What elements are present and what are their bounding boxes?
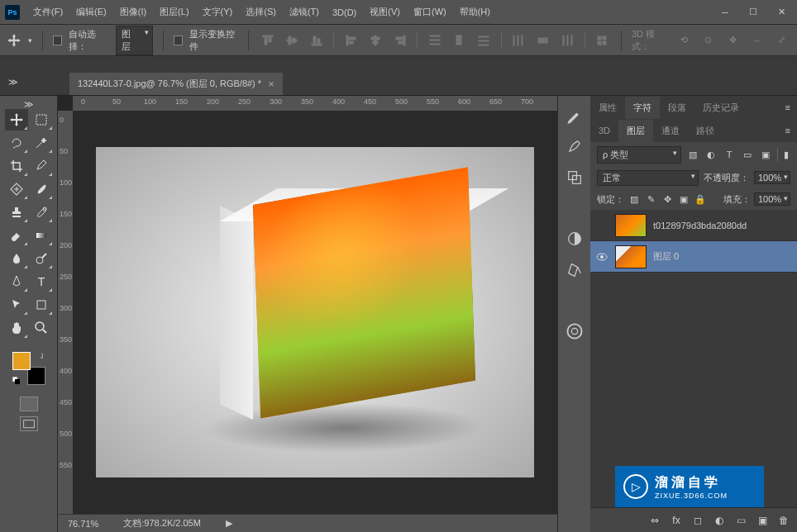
menu-3d[interactable]: 3D(D) <box>326 0 363 25</box>
menu-file[interactable]: 文件(F) <box>26 0 69 25</box>
document-tab[interactable]: 132440L37-0.jpg@ 76.7% (图层 0, RGB/8#) * … <box>69 73 283 95</box>
align-bottom-icon[interactable] <box>308 31 325 50</box>
marquee-tool[interactable] <box>30 109 53 131</box>
layer-visibility-icon[interactable] <box>595 250 608 264</box>
styles-icon[interactable] <box>566 261 584 279</box>
blend-mode-select[interactable]: 正常 <box>597 170 699 186</box>
brush-settings-icon[interactable] <box>566 137 584 155</box>
distribute-right-icon[interactable] <box>558 31 575 50</box>
auto-select-target[interactable]: 图层 <box>116 26 154 55</box>
lock-position-icon[interactable]: ✥ <box>661 192 674 206</box>
crop-tool[interactable] <box>5 155 28 177</box>
shape-tool[interactable] <box>30 294 53 316</box>
lasso-tool[interactable] <box>5 132 28 154</box>
foreground-color[interactable] <box>12 352 31 370</box>
lock-pixels-icon[interactable]: ✎ <box>644 192 657 206</box>
tab-channels[interactable]: 通道 <box>653 120 688 142</box>
layer-row[interactable]: t0128979d3bda2080dd <box>590 210 797 241</box>
layer-fx-icon[interactable]: fx <box>670 514 683 527</box>
opacity-input[interactable]: 100% <box>754 171 790 184</box>
clone-source-icon[interactable] <box>566 169 584 187</box>
brush-tool[interactable] <box>30 178 53 200</box>
move-tool-icon[interactable] <box>7 32 21 49</box>
document-close-icon[interactable]: × <box>268 78 274 90</box>
canvas-viewport[interactable] <box>73 111 557 514</box>
filter-smart-icon[interactable]: ▣ <box>759 148 772 161</box>
layer-visibility-icon[interactable] <box>595 219 608 232</box>
tab-paragraph[interactable]: 段落 <box>660 97 694 119</box>
reset-colors-icon[interactable] <box>12 377 21 385</box>
menu-type[interactable]: 文字(Y) <box>196 0 240 25</box>
layer-name[interactable]: 图层 0 <box>653 250 679 263</box>
stamp-tool[interactable] <box>5 202 28 223</box>
healing-tool[interactable] <box>5 178 28 200</box>
tab-layers[interactable]: 图层 <box>618 120 653 142</box>
layer-thumbnail[interactable] <box>615 214 647 237</box>
dodge-tool[interactable] <box>30 248 53 269</box>
distribute-top-icon[interactable] <box>426 31 443 50</box>
status-arrow-icon[interactable]: ▶ <box>226 518 232 529</box>
menu-view[interactable]: 视图(V) <box>363 0 407 25</box>
align-left-icon[interactable] <box>342 31 360 50</box>
3d-roll-icon[interactable]: ⊙ <box>699 31 717 50</box>
layer-filter-type[interactable]: ρ 类型 <box>597 146 681 164</box>
filter-shape-icon[interactable]: ▭ <box>741 148 754 161</box>
auto-align-icon[interactable] <box>594 31 611 50</box>
panel-menu-icon[interactable]: ≡ <box>779 102 797 112</box>
layer-group-icon[interactable]: ▭ <box>734 514 747 527</box>
menu-image[interactable]: 图像(I) <box>113 0 153 25</box>
layer-row[interactable]: 图层 0 <box>590 241 797 273</box>
menu-layer[interactable]: 图层(L) <box>153 0 195 25</box>
lock-all-icon[interactable]: 🔒 <box>694 192 707 206</box>
type-tool[interactable]: T <box>30 271 53 292</box>
move-tool[interactable] <box>5 109 28 131</box>
app-logo[interactable]: Ps <box>5 5 20 20</box>
3d-orbit-icon[interactable]: ⟲ <box>675 31 693 50</box>
tab-properties[interactable]: 属性 <box>590 97 625 119</box>
minimize-button[interactable]: ─ <box>713 4 737 21</box>
show-transform-checkbox[interactable] <box>174 36 183 45</box>
close-button[interactable]: ✕ <box>769 4 794 21</box>
magic-wand-tool[interactable] <box>30 132 53 154</box>
lock-artboard-icon[interactable]: ▣ <box>677 192 690 206</box>
brush-presets-icon[interactable] <box>566 106 584 124</box>
layer-name[interactable]: t0128979d3bda2080dd <box>653 221 747 230</box>
path-select-tool[interactable] <box>5 294 28 316</box>
ruler-horizontal[interactable]: 0501001502002503003504004505005506006507… <box>73 96 557 111</box>
filter-adjust-icon[interactable]: ◐ <box>704 148 718 161</box>
filter-type-icon[interactable]: T <box>723 148 736 161</box>
distribute-left-icon[interactable] <box>510 31 527 50</box>
fill-input[interactable]: 100% <box>754 192 790 206</box>
menu-window[interactable]: 窗口(W) <box>407 0 453 25</box>
align-vcenter-icon[interactable] <box>283 31 300 50</box>
tab-paths[interactable]: 路径 <box>688 120 723 142</box>
menu-help[interactable]: 帮助(H) <box>453 0 497 25</box>
zoom-level[interactable]: 76.71% <box>68 519 98 529</box>
3d-scale-icon[interactable]: ⤢ <box>772 31 790 50</box>
eyedropper-tool[interactable] <box>30 155 53 177</box>
quick-mask-button[interactable] <box>20 397 38 411</box>
tab-3d[interactable]: 3D <box>590 121 618 140</box>
swap-colors-icon[interactable]: ⤸ <box>39 352 45 360</box>
tab-dropdown-icon[interactable]: ≫ <box>8 77 20 88</box>
new-layer-icon[interactable]: ▣ <box>756 514 769 527</box>
auto-select-checkbox[interactable] <box>53 36 62 45</box>
distribute-hcenter-icon[interactable] <box>534 31 551 50</box>
layer-mask-icon[interactable]: ◻ <box>691 514 704 527</box>
menu-edit[interactable]: 编辑(E) <box>69 0 113 25</box>
tab-character[interactable]: 字符 <box>625 97 660 119</box>
toolbox-dropdown-icon[interactable]: ≫ <box>24 99 34 106</box>
adjustment-layer-icon[interactable]: ◐ <box>713 514 726 527</box>
ruler-vertical[interactable]: 050100150200250300350400450500550 <box>58 111 73 514</box>
doc-info[interactable]: 文档:978.2K/2.05M <box>123 517 201 530</box>
panel-menu-icon[interactable]: ≡ <box>779 126 797 135</box>
distribute-vcenter-icon[interactable] <box>451 31 468 50</box>
filter-image-icon[interactable]: ▧ <box>686 148 699 161</box>
3d-pan-icon[interactable]: ✥ <box>724 31 742 50</box>
align-hcenter-icon[interactable] <box>367 31 384 50</box>
3d-slide-icon[interactable]: ↔ <box>748 31 766 50</box>
layer-thumbnail[interactable] <box>615 245 647 268</box>
blur-tool[interactable] <box>5 248 28 269</box>
history-brush-tool[interactable] <box>30 202 53 223</box>
lock-transparent-icon[interactable]: ▨ <box>628 192 641 206</box>
